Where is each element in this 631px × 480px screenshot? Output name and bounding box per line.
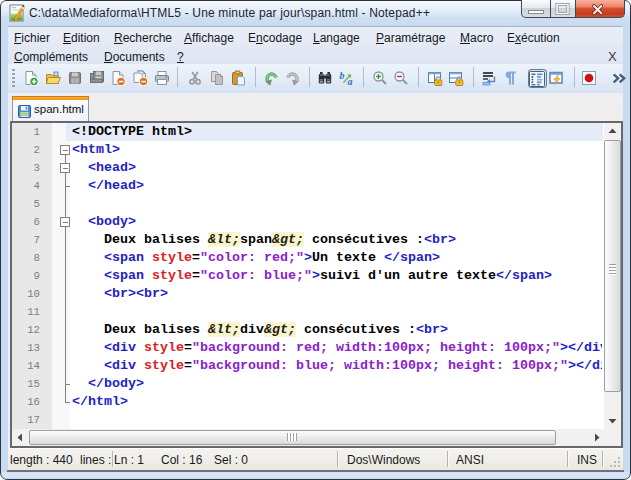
svg-text:a: a: [348, 76, 353, 86]
svg-text:b: b: [340, 70, 345, 81]
